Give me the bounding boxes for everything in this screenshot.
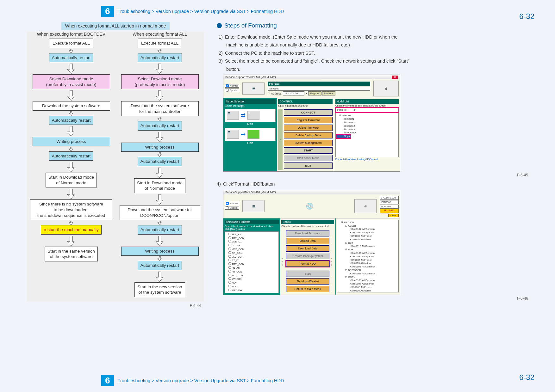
delete-backup-button[interactable]: Delete Backup Data [284,132,332,138]
step-4: 4)Click"Format HDD"button [217,181,534,187]
download-data-button[interactable]: Download Data [286,245,329,252]
flow-box: Start in the new version of the system s… [134,282,185,297]
usb-label: USB [225,142,276,145]
top-breadcrumb: 6 Troubleshooting > Version upgrade > Ve… [101,6,284,17]
mfp-target[interactable]: 💻 ⇄ 🖨 [225,109,276,122]
arrow-large-icon [156,132,164,142]
flow-box: Automatically restart [138,261,182,270]
printer-icon: 🖨 [354,199,377,213]
figure-label-r1: F-6-45 [217,173,528,177]
flow-box: Since there is no system software to be … [30,199,112,220]
flow-box: Execute format ALL [138,39,182,48]
arrow-right-icon: ➡ [241,131,246,138]
arrow-small-icon [69,49,73,53]
click-task-text: Click the button of the task to be execu… [281,225,334,228]
arrow-large-icon [156,236,164,246]
version-tree[interactable]: ⊟ iPRC800⊟ ACSBTXXde0102 All/GermanXXes0… [337,220,399,292]
flow-box: Start in Download mode of Normal mode [134,178,185,193]
remove-button[interactable]: Remove [322,91,335,95]
arrows-icon: ⇄ [241,112,246,119]
flow-box: restart the machine manually [41,225,101,235]
arrow-large-icon [67,162,75,172]
flow-box: Writing process [121,247,199,256]
arrow-large-icon [67,64,75,74]
model-display: iPRC800 [380,200,399,204]
register-firmware-button[interactable]: Register Firmware [284,117,332,123]
arrow-small-icon [158,256,162,261]
arrow-large-icon [67,90,75,101]
model-select[interactable]: iPRC800 ▼ [335,108,399,112]
special-checkbox[interactable]: Special [225,89,239,92]
restore-backup-button[interactable]: Restore Backup System [286,253,329,259]
sst-screenshot-2: ServiceSupportTool DLM10 (Ver. 4.74E) No… [223,190,403,295]
control-label: CONTROL [278,99,332,104]
window-titlebar: ServiceSupportTool DLM10 (Ver. 4.74E) [223,190,400,194]
flow-subtitle-left: When executing format BOOTDEV [37,32,105,37]
start-button[interactable]: Start [286,271,329,277]
bullet-icon [217,23,222,28]
return-menu-button[interactable]: Return to Main Menu [286,286,329,292]
bottom-breadcrumb: 6 Troubleshooting > Version upgrade > Ve… [101,375,284,386]
figure-label-left: F-6-44 [27,303,204,308]
state-display: NORMAL [380,205,399,209]
flow-box: Automatically restart [138,53,182,63]
step-2: 2)Connect the PC to the machine to start… [219,50,534,57]
click-button-text: Click a button to execute. [278,104,332,107]
arrow-small-icon [158,49,162,53]
breadcrumb: Troubleshooting > Version upgrade > Vers… [118,378,284,383]
interface-label: Interface [268,82,370,86]
arrow-large-icon [156,272,164,282]
select-fw-text: Select the firmware to be downloaded, th… [225,225,279,230]
sst-screenshot-1: Service Support Tool DLM0 (Ver. 4.74E) ✕… [223,75,403,172]
arrow-small-icon [158,221,162,225]
format-hdd-button[interactable]: Format HDD [286,260,329,267]
flow-box: Automatically restart [49,53,93,63]
system-management-button[interactable]: System Management [284,140,332,146]
chevron-icon: » [278,109,283,170]
breadcrumb: Troubleshooting > Version upgrade > Vers… [118,9,284,14]
clear-button[interactable]: Clear [388,214,399,217]
model-tree[interactable]: ⊟ iPRC800⊞ DCON⊞ DSUB1⊞ DSUB2⊞ DSUB3⊞ RC… [335,113,399,157]
arrow-small-icon [158,117,162,121]
ip-input[interactable]: 172.16.1.100 [283,91,304,95]
arrow-small-icon [69,111,73,116]
flow-box: Automatically restart [138,157,182,166]
close-icon[interactable]: ✕ [392,76,398,79]
flow-box: Select Download mode (preferably in assi… [121,74,199,89]
upload-data-button[interactable]: Upload Data [286,238,329,244]
flow-shared-title: When executing format ALL startup in nor… [61,22,170,30]
firmware-tree[interactable]: ZKT_A1 TRM_CON BND_D1 CUTTR MST_CON CR_C… [225,231,279,293]
laptop-icon: 💻 [227,111,239,120]
window-titlebar: Service Support Tool DLM0 (Ver. 4.74E) ✕ [223,75,400,79]
normal-checkbox[interactable]: Normal [225,202,239,205]
arrow-large-icon [156,194,164,205]
arrow-small-icon [69,221,73,225]
start-assist-button[interactable]: Start Assist Mode [284,155,332,161]
flow-box: Download the system software for DCON/RC… [120,205,200,220]
usb-target[interactable]: 💻 ➡ [225,128,276,141]
arrow-large-icon [67,236,75,246]
chapter-number: 6 [101,375,114,386]
printer-icon: 🖨 [373,81,399,96]
shutdown-restart-button[interactable]: Shutdown/Restart [286,278,329,285]
mfp-label: MFP [225,123,276,126]
normal-checkbox[interactable]: Normal [225,84,239,88]
flow-box: Start in Download mode of Normal mode [46,173,97,187]
ip-label: IP Address: [268,92,282,95]
control-label: Control [281,220,334,224]
connect-button[interactable]: CONNECT [284,109,332,116]
network-select[interactable]: Network [268,87,370,91]
disc-icon: 💿 [268,202,351,210]
step-1: 1)Enter Download mode. (Enter Safe mode … [219,34,534,40]
page-number-top: 6-32 [519,12,534,21]
special-checkbox[interactable]: Special [225,206,239,210]
select-target-text: Select the target. [225,104,276,107]
register-button[interactable]: Register [308,91,321,95]
arrow-large-icon [156,168,164,178]
start-button[interactable]: START [284,147,332,154]
flow-panel-bootdev: When executing format BOOTDEV Execute fo… [27,32,115,302]
exit-button[interactable]: EXIT [284,162,332,169]
step-1-cont: machine is unable to start normally due … [226,41,534,48]
download-fw-button[interactable]: Download Firmware [286,230,329,236]
delete-firmware-button[interactable]: Delete Firmware [284,125,332,131]
